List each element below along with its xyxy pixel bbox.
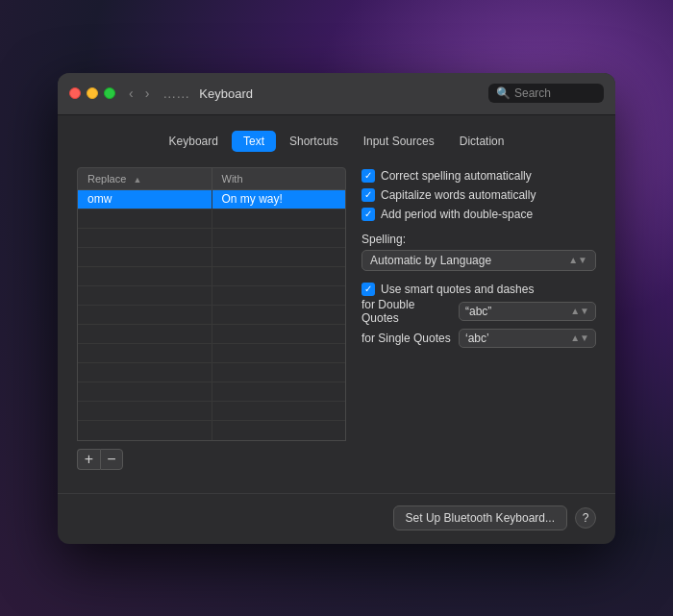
table-row[interactable] — [78, 363, 345, 382]
smart-quotes-checkbox[interactable]: ✓ — [361, 283, 375, 296]
cell-with — [212, 382, 346, 401]
dropdown-arrow-icon: ▲▼ — [568, 255, 587, 265]
cell-with — [212, 402, 346, 420]
cell-replace — [78, 382, 212, 401]
add-period-row: ✓ Add period with double-space — [361, 208, 596, 221]
cell-with — [212, 306, 346, 324]
table-header: Replace ▲ With — [77, 167, 346, 190]
help-button[interactable]: ? — [575, 507, 596, 529]
spelling-section: Spelling: Automatic by Language ▲▼ — [361, 233, 596, 271]
cell-with — [212, 363, 346, 382]
tab-text[interactable]: Text — [232, 131, 276, 152]
table-row[interactable] — [78, 382, 345, 402]
cell-replace — [78, 344, 212, 362]
window-content: Keyboard Text Shortcuts Input Sources Di… — [58, 115, 615, 485]
cell-replace — [78, 229, 212, 247]
checkmark-icon: ✓ — [364, 171, 372, 181]
bluetooth-keyboard-button[interactable]: Set Up Bluetooth Keyboard... — [393, 505, 567, 530]
cell-replace — [78, 402, 212, 420]
table-row[interactable] — [78, 267, 345, 286]
table-row[interactable] — [78, 248, 345, 267]
tab-keyboard[interactable]: Keyboard — [158, 131, 230, 152]
close-button[interactable] — [69, 87, 81, 99]
table-row[interactable] — [78, 325, 345, 344]
cell-replace — [78, 325, 212, 343]
dropdown-arrow-icon: ▲▼ — [570, 306, 589, 316]
cell-replace — [78, 267, 212, 285]
maximize-button[interactable] — [104, 87, 115, 99]
table-row[interactable] — [78, 402, 345, 421]
correct-spelling-checkbox[interactable]: ✓ — [361, 169, 375, 183]
footer: Set Up Bluetooth Keyboard... ? — [58, 493, 615, 544]
spelling-label: Spelling: — [361, 233, 596, 246]
table-row[interactable] — [78, 286, 345, 306]
search-icon: 🔍 — [496, 86, 511, 100]
spelling-dropdown[interactable]: Automatic by Language ▲▼ — [361, 250, 596, 271]
cell-with — [212, 421, 346, 440]
quotes-section: ✓ Use smart quotes and dashes for Double… — [361, 283, 596, 352]
add-row-button[interactable]: + — [77, 449, 100, 470]
table-row[interactable] — [78, 229, 345, 248]
table-row[interactable] — [78, 209, 345, 229]
cell-with — [212, 325, 346, 343]
tab-shortcuts[interactable]: Shortcuts — [278, 131, 350, 152]
table-action-buttons: + − — [77, 449, 346, 470]
smart-quotes-row: ✓ Use smart quotes and dashes — [361, 283, 596, 296]
cell-replace: omw — [78, 190, 212, 209]
cell-with — [212, 209, 346, 228]
search-box[interactable]: 🔍 Search — [488, 84, 604, 103]
table-row[interactable] — [78, 306, 345, 325]
minimize-button[interactable] — [87, 87, 98, 99]
cell-replace — [78, 306, 212, 324]
add-period-label: Add period with double-space — [381, 208, 533, 221]
cell-replace — [78, 248, 212, 266]
cell-with — [212, 267, 346, 285]
capitalize-words-checkbox[interactable]: ✓ — [361, 188, 375, 202]
settings-panel: ✓ Correct spelling automatically ✓ Capit… — [361, 167, 596, 470]
tab-dictation[interactable]: Dictation — [448, 131, 516, 152]
back-button[interactable]: ‹ — [125, 85, 137, 102]
double-quotes-label: for Double Quotes — [361, 298, 453, 325]
table-row[interactable] — [78, 421, 345, 440]
sort-icon: ▲ — [133, 175, 141, 185]
remove-row-button[interactable]: − — [100, 449, 123, 470]
cell-with — [212, 344, 346, 362]
grid-icon: …… — [162, 86, 189, 101]
single-quotes-label: for Single Quotes — [361, 332, 453, 345]
col-replace: Replace ▲ — [78, 168, 212, 189]
correct-spelling-label: Correct spelling automatically — [381, 169, 532, 183]
cell-with — [212, 248, 346, 266]
double-quotes-row: for Double Quotes “abc” ▲▼ — [361, 298, 596, 325]
add-period-checkbox[interactable]: ✓ — [361, 208, 375, 221]
checkmark-icon: ✓ — [364, 284, 372, 294]
correct-spelling-row: ✓ Correct spelling automatically — [361, 169, 596, 183]
col-with: With — [212, 168, 346, 189]
traffic-lights — [69, 87, 115, 99]
tab-bar: Keyboard Text Shortcuts Input Sources Di… — [77, 131, 596, 152]
cell-replace — [78, 363, 212, 382]
table-row[interactable]: omw On my way! — [78, 190, 345, 209]
single-quotes-row: for Single Quotes ‘abc’ ▲▼ — [361, 329, 596, 348]
window-title: Keyboard — [199, 86, 488, 101]
nav-buttons: ‹ › — [125, 85, 153, 102]
forward-button[interactable]: › — [141, 85, 154, 102]
cell-replace — [78, 421, 212, 440]
tab-input-sources[interactable]: Input Sources — [352, 131, 446, 152]
double-quotes-value: “abc” — [465, 305, 491, 318]
capitalize-words-label: Capitalize words automatically — [381, 188, 536, 202]
single-quotes-dropdown[interactable]: ‘abc’ ▲▼ — [459, 329, 596, 348]
table-body: omw On my way! — [77, 190, 346, 441]
search-placeholder: Search — [514, 86, 551, 100]
spelling-value: Automatic by Language — [370, 254, 491, 267]
cell-replace — [78, 209, 212, 228]
main-area: Replace ▲ With omw On my way! — [77, 167, 596, 470]
dropdown-arrow-icon: ▲▼ — [570, 333, 589, 343]
titlebar: ‹ › …… Keyboard 🔍 Search — [58, 73, 615, 115]
cell-with: On my way! — [212, 190, 346, 209]
single-quotes-value: ‘abc’ — [465, 332, 489, 345]
checkmark-icon: ✓ — [364, 209, 372, 219]
double-quotes-dropdown[interactable]: “abc” ▲▼ — [459, 302, 596, 321]
cell-with — [212, 229, 346, 247]
keyboard-preferences-window: ‹ › …… Keyboard 🔍 Search Keyboard Text S… — [58, 73, 615, 544]
table-row[interactable] — [78, 344, 345, 363]
